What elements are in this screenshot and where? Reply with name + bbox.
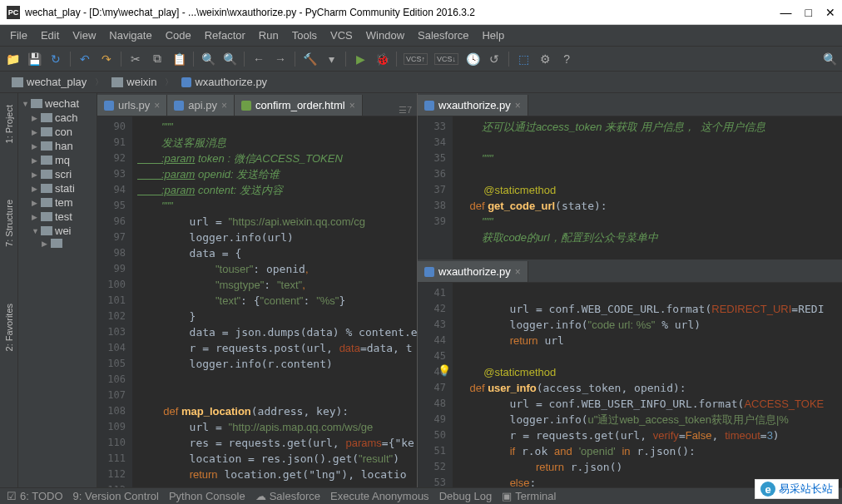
footer-exec[interactable]: Execute Anonymous (330, 490, 429, 502)
tree-node[interactable]: ▶ (18, 238, 97, 249)
tab-wxauthorize-bottom[interactable]: wxauthorize.py× (418, 261, 528, 282)
menu-view[interactable]: View (67, 27, 101, 43)
toolbar: 📁 💾 ↻ ↶ ↷ ✂ ⧉ 📋 🔍 🔍 ← → 🔨 ▾ ▶ 🐞 VCS↑ VCS… (0, 47, 842, 72)
code-text[interactable]: """ 发送客服消息 :param token : 微信ACCESS_TOKEN… (132, 116, 417, 487)
vcs-revert-icon[interactable]: ↺ (487, 52, 502, 67)
project-tab[interactable]: 1: Project (2, 101, 16, 146)
gutter: 33 34 35 36 37 38 39 (418, 116, 453, 259)
tree-node[interactable]: ▶con (18, 125, 97, 139)
status-bar: ☑ 6: TODO 9: Version Control Python Cons… (0, 487, 842, 504)
crumb-folder[interactable]: weixin (106, 74, 161, 90)
window-title: wechat_play - [D:\my\wechat_play] - ...\… (25, 7, 780, 18)
paste-icon[interactable]: 📋 (171, 52, 186, 67)
footer-vc[interactable]: 9: Version Control (73, 490, 159, 502)
editor-tabs-right-top: wxauthorize.py× (418, 93, 842, 116)
menu-window[interactable]: Window (361, 27, 409, 43)
cut-icon[interactable]: ✂ (128, 52, 143, 67)
maximize-button[interactable]: □ (805, 6, 812, 19)
vcs-down-icon[interactable]: VCS↓ (434, 53, 458, 65)
menu-edit[interactable]: Edit (36, 27, 64, 43)
close-icon[interactable]: × (154, 100, 160, 111)
code-editor-right-top[interactable]: 33 34 35 36 37 38 39 还可以通过access_token 来… (418, 116, 842, 259)
help-icon[interactable]: ? (559, 52, 574, 67)
menu-help[interactable]: Help (477, 27, 509, 43)
editor-pane-left: urls.py× api.py× confirm_order.html× ☰7 … (97, 93, 418, 487)
intention-bulb-icon[interactable]: 💡 (438, 364, 451, 377)
project-panel: ▼wechat ▶cach ▶con ▶han ▶mq ▶scri ▶stati… (18, 93, 97, 487)
find-icon[interactable]: 🔍 (201, 52, 215, 67)
app-icon: PC (7, 6, 20, 19)
gutter: 41 42 43 44 45 46 47 48 49 50 51 52 53 5… (418, 283, 453, 487)
copy-icon[interactable]: ⧉ (150, 52, 165, 67)
menu-tools[interactable]: Tools (287, 27, 322, 43)
refresh-icon[interactable]: ↻ (48, 52, 63, 67)
footer-todo[interactable]: ☑ 6: TODO (7, 490, 63, 502)
crumb-file[interactable]: wxauthorize.py (176, 74, 272, 90)
debug-icon[interactable]: 🐞 (374, 52, 389, 67)
close-icon[interactable]: × (221, 100, 227, 111)
watermark: e易采站长站 (755, 479, 839, 499)
run-config-icon[interactable]: ▾ (324, 52, 339, 67)
menu-code[interactable]: Code (161, 27, 196, 43)
replace-icon[interactable]: 🔍 (222, 52, 237, 67)
save-icon[interactable]: 💾 (27, 52, 42, 67)
close-icon[interactable]: × (515, 100, 521, 111)
code-text[interactable]: 还可以通过access_token 来获取 用户信息， 这个用户信息 """ @… (453, 116, 842, 259)
code-editor-left[interactable]: 90 91 92 93 94 95 96 97 98 99 100 101 10… (97, 116, 417, 487)
vcs-history-icon[interactable]: 🕓 (465, 52, 480, 67)
tool-window-tabs: 1: Project 7: Structure 2: Favorites (0, 93, 18, 487)
close-icon[interactable]: × (515, 266, 521, 278)
code-editor-right-bottom[interactable]: 41 42 43 44 45 46 47 48 49 50 51 52 53 5… (418, 283, 842, 487)
project-tree: ▼wechat ▶cach ▶con ▶han ▶mq ▶scri ▶stati… (18, 93, 97, 252)
footer-terminal[interactable]: ▣ Terminal (502, 490, 556, 502)
run-icon[interactable]: ▶ (353, 52, 368, 67)
menu-navigate[interactable]: Navigate (104, 27, 156, 43)
undo-icon[interactable]: ↶ (77, 52, 92, 67)
window-controls: — □ ✕ (780, 6, 835, 19)
gutter: 90 91 92 93 94 95 96 97 98 99 100 101 10… (97, 116, 132, 487)
favorites-tab[interactable]: 2: Favorites (2, 300, 16, 354)
tab-api[interactable]: api.py× (167, 95, 235, 116)
menu-file[interactable]: File (5, 27, 32, 43)
search-everywhere-icon[interactable]: 🔍 (822, 52, 837, 67)
close-icon[interactable]: × (349, 100, 355, 111)
build-icon[interactable]: 🔨 (302, 52, 317, 67)
structure-icon[interactable]: ⬚ (516, 52, 531, 67)
structure-tab[interactable]: 7: Structure (2, 196, 16, 250)
back-icon[interactable]: ← (251, 52, 266, 67)
open-icon[interactable]: 📁 (5, 52, 20, 67)
minimize-button[interactable]: — (780, 6, 792, 19)
tree-node[interactable]: ▶han (18, 139, 97, 153)
redo-icon[interactable]: ↷ (99, 52, 114, 67)
menu-run[interactable]: Run (254, 27, 284, 43)
tree-node[interactable]: ▶test (18, 210, 97, 224)
menubar: File Edit View Navigate Code Refactor Ru… (0, 25, 842, 47)
footer-debuglog[interactable]: Debug Log (439, 490, 493, 502)
tree-node[interactable]: ▶scri (18, 167, 97, 181)
tab-wxauthorize-top[interactable]: wxauthorize.py× (418, 95, 528, 116)
close-button[interactable]: ✕ (825, 6, 835, 19)
tree-node[interactable]: ▶tem (18, 195, 97, 210)
editor-tabs-right-bottom: wxauthorize.py× (418, 259, 842, 283)
tree-node[interactable]: ▶stati (18, 181, 97, 195)
settings-icon[interactable]: ⚙ (537, 52, 552, 67)
more-tabs-icon[interactable]: ☰7 (394, 105, 417, 116)
menu-vcs[interactable]: VCS (325, 27, 358, 43)
forward-icon[interactable]: → (273, 52, 288, 67)
tree-node[interactable]: ▼wei (18, 224, 97, 238)
code-text[interactable]: url = conf.WEB_CODE_URL.format(REDIRECT_… (453, 283, 842, 487)
breadcrumb: wechat_play 〉 weixin 〉 wxauthorize.py (0, 72, 842, 93)
editor-tabs-left: urls.py× api.py× confirm_order.html× ☰7 (97, 93, 417, 116)
footer-pyconsole[interactable]: Python Console (169, 490, 245, 502)
vcs-up-icon[interactable]: VCS↑ (404, 53, 428, 65)
tree-node[interactable]: ▶cach (18, 111, 97, 125)
crumb-root[interactable]: wechat_play (7, 74, 92, 90)
tree-node[interactable]: ▼wechat (18, 96, 97, 111)
tab-confirm-order[interactable]: confirm_order.html× (235, 95, 363, 116)
menu-refactor[interactable]: Refactor (200, 27, 250, 43)
tree-node[interactable]: ▶mq (18, 153, 97, 167)
footer-salesforce[interactable]: ☁ Salesforce (255, 490, 320, 502)
editor-pane-right: wxauthorize.py× 33 34 35 36 37 38 39 还可以… (418, 93, 842, 487)
menu-salesforce[interactable]: Salesforce (413, 27, 473, 43)
tab-urls[interactable]: urls.py× (97, 95, 167, 116)
